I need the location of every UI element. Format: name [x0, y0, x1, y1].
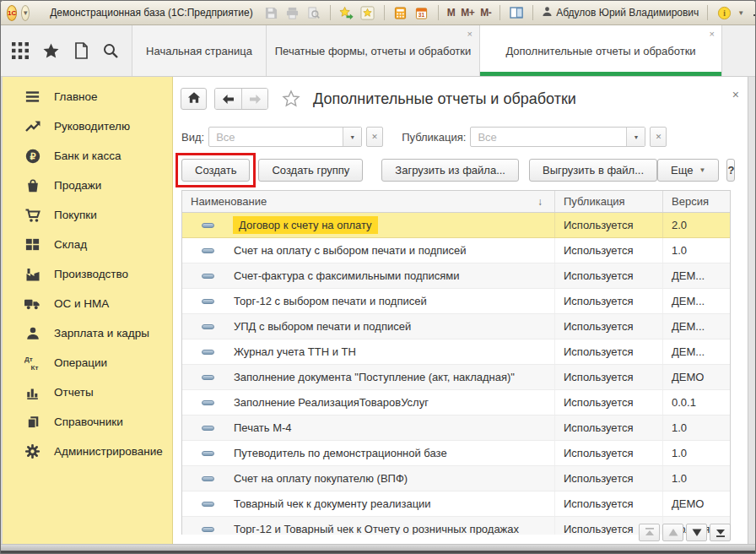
table-row[interactable]: Счет-фактура с факсимильными подписямиИс… [182, 263, 730, 289]
column-header-version[interactable]: Версия [662, 191, 730, 212]
favorites-icon[interactable] [360, 5, 375, 20]
unload-to-file-button[interactable]: Выгрузить в файл... [529, 159, 657, 182]
tab-strip: Начальная страницаПечатные формы, отчеты… [1, 25, 755, 77]
back-button[interactable] [215, 89, 241, 109]
close-form-icon[interactable]: × [732, 88, 739, 101]
svg-text:Дт: Дт [24, 356, 33, 363]
load-from-file-button[interactable]: Загрузить из файла... [381, 159, 519, 182]
table-row[interactable]: УПД с выбором печати и подписейИспользуе… [182, 314, 730, 339]
tab-home[interactable]: Начальная страница [132, 25, 267, 76]
table-row[interactable]: Журнал учета ТТН и ТНИспользуетсяДЕМ... [182, 339, 730, 365]
cell-publication: Используется [554, 339, 662, 364]
memory-m-button[interactable]: M [447, 7, 456, 19]
person-icon [24, 325, 41, 342]
sidebar-item-os-i-nma[interactable]: ОС и НМА [3, 289, 172, 318]
memory-m-minus-button[interactable]: M- [480, 7, 491, 19]
sidebar-item-rukovoditelyu[interactable]: Руководителю [3, 111, 172, 141]
chevron-down-icon[interactable]: ▼ [737, 9, 744, 17]
vid-filter-value[interactable]: Все [209, 128, 343, 146]
sidebar-item-proizvodstvo[interactable]: Производство [3, 259, 172, 289]
column-header-publication[interactable]: Публикация [554, 191, 662, 212]
save-icon[interactable] [264, 5, 279, 20]
table-row[interactable]: Счет на оплату с выбором печати и подпис… [182, 238, 730, 263]
window-body: ГлавноеРуководителю₽Банк и кассаПродажиП… [1, 77, 755, 544]
sidebar-item-administrirovanie[interactable]: Администрирование [3, 437, 172, 466]
split-window-icon[interactable] [509, 5, 524, 20]
close-tab-icon[interactable]: × [710, 30, 715, 39]
table-row[interactable]: Печать М-4Используется1.0 [182, 416, 730, 441]
sidebar-item-glavnoe[interactable]: Главное [3, 82, 172, 111]
dropdown-arrow-icon[interactable]: ▼ [343, 128, 361, 146]
sidebar-item-prodazhi[interactable]: Продажи [3, 171, 172, 200]
table-row[interactable]: Счет на оплату покупателю (ВПФ)Используе… [182, 466, 730, 492]
table-row[interactable]: Товарный чек к документу реализацииИспол… [182, 492, 730, 517]
table-row-selected[interactable]: Договор к счету на оплатуИспользуется2.0 [182, 213, 730, 238]
info-icon[interactable]: i [716, 5, 732, 20]
sidebar-item-sklad[interactable]: Склад [3, 230, 172, 259]
memory-m-plus-button[interactable]: M+ [461, 7, 474, 19]
panel-tools [1, 25, 132, 76]
pub-filter-combobox[interactable]: Все ▼ [470, 127, 645, 147]
more-button[interactable]: Еще▼ [657, 159, 719, 182]
tab-print-forms[interactable]: Печатные формы, отчеты и обработки× [267, 25, 480, 76]
scroll-down-button[interactable] [686, 524, 707, 541]
sidebar-item-spravochniki[interactable]: Справочники [3, 407, 172, 437]
cell-publication: Используется [554, 263, 662, 288]
table-row[interactable]: Заполнение документа "Поступление (акт, … [182, 365, 730, 390]
main-menu-icon[interactable] [12, 42, 29, 59]
table-row[interactable]: Путеводитель по демонстрационной базеИсп… [182, 441, 730, 466]
calendar-icon[interactable]: 31 [414, 5, 429, 20]
close-tab-icon[interactable]: × [467, 30, 472, 39]
table-row[interactable]: Торг-12 с выбором печати и подписейИспол… [182, 289, 730, 314]
help-button[interactable]: ? [726, 159, 735, 182]
item-icon [202, 527, 214, 532]
svg-text:₽: ₽ [30, 151, 35, 161]
cell-name: Заполнение РеализацияТоваровУслуг [182, 390, 554, 415]
create-button[interactable]: Создать [181, 159, 250, 182]
search-icon[interactable] [102, 42, 119, 59]
forward-button[interactable] [241, 89, 267, 109]
sidebar-item-operatsii[interactable]: ДтКтОперации [3, 348, 172, 377]
tab-additional-reports[interactable]: Дополнительные отчеты и обработки× [480, 25, 722, 76]
clear-vid-filter-button[interactable]: ✕ [366, 127, 383, 147]
cell-version: 1.0 [662, 466, 730, 491]
trend-icon [24, 118, 41, 135]
sidebar-item-otchety[interactable]: Отчеты [3, 377, 172, 407]
system-menu-button[interactable]: ▼ [21, 5, 30, 21]
scroll-to-bottom-button[interactable] [710, 524, 731, 541]
gear-icon [24, 443, 41, 460]
item-icon [202, 299, 214, 304]
favorite-star-icon[interactable] [282, 90, 300, 108]
home-button[interactable] [181, 88, 207, 110]
item-icon [202, 451, 214, 456]
current-user[interactable]: Абдулов Юрий Владимирович [542, 6, 699, 19]
scroll-up-button[interactable] [662, 524, 683, 541]
scroll-to-top-button[interactable] [639, 524, 660, 541]
item-icon [202, 274, 214, 279]
clear-pub-filter-button[interactable]: ✕ [650, 127, 667, 147]
table-row[interactable]: Заполнение РеализацияТоваровУслугИспольз… [182, 390, 730, 416]
history-icon[interactable] [73, 42, 89, 59]
print-icon[interactable] [285, 5, 300, 20]
item-icon [202, 476, 214, 481]
add-favorite-icon[interactable] [339, 5, 354, 20]
cell-version: ДЕМ... [662, 263, 730, 288]
cell-name: Торг-12 и Товарный чек к Отчету о рознич… [182, 517, 554, 535]
svg-text:31: 31 [418, 12, 425, 18]
favorites-star-icon[interactable] [42, 42, 60, 60]
calculator-icon[interactable] [393, 5, 408, 20]
sidebar-item-zarplata-i-kadry[interactable]: Зарплата и кадры [3, 318, 172, 348]
shopping-bag-icon [24, 177, 41, 194]
sidebar-item-bank-i-kassa[interactable]: ₽Банк и касса [3, 141, 172, 171]
cell-name: УПД с выбором печати и подписей [182, 314, 554, 339]
pub-filter-value[interactable]: Все [471, 128, 626, 146]
filter-row: Вид: Все ▼ ✕ Публикация: Все ▼ ✕ [181, 127, 667, 147]
vid-filter-combobox[interactable]: Все ▼ [208, 127, 362, 147]
dropdown-arrow-icon[interactable]: ▼ [626, 128, 645, 146]
cell-name: Путеводитель по демонстрационной базе [182, 441, 554, 465]
sidebar-item-pokupki[interactable]: Покупки [3, 200, 172, 230]
create-group-button[interactable]: Создать группу [258, 159, 363, 182]
column-header-name[interactable]: Наименование ↓ [182, 191, 554, 212]
cell-publication: Используется [554, 416, 662, 440]
print-preview-icon[interactable] [306, 5, 321, 20]
